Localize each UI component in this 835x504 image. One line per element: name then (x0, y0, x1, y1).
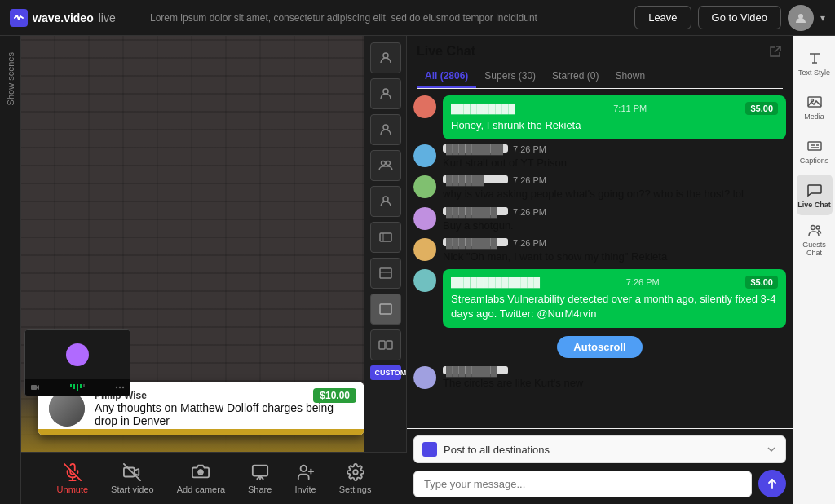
chat-msg-text: Buy a shotgun. (443, 219, 786, 233)
tab-starred[interactable]: Starred (0) (544, 65, 607, 88)
super-msg-amount-2: $5.00 (745, 276, 778, 289)
scene-item-6[interactable] (370, 222, 401, 253)
chat-msg-text: The circles are like Kurt's new (443, 376, 786, 391)
go-to-video-button[interactable]: Go to Video (698, 6, 781, 29)
scene-item-2[interactable] (370, 78, 401, 109)
scene-item-8[interactable] (370, 294, 401, 325)
svg-rect-15 (380, 233, 391, 241)
chat-avatar (413, 269, 436, 292)
chat-msg-name: ████████ (443, 366, 508, 374)
chat-input-row (413, 470, 786, 497)
svg-point-10 (383, 89, 388, 94)
live-chat-icon (806, 182, 823, 198)
user-menu-chevron[interactable]: ▾ (820, 12, 825, 24)
scene-item-9[interactable] (370, 329, 401, 360)
chat-msg-time: 7:26 PM (513, 207, 546, 217)
scene-item-4[interactable] (370, 150, 401, 181)
invite-button[interactable]: Invite (294, 463, 316, 494)
chat-msg-meta: ████████ (443, 366, 786, 374)
chat-msg-meta: ████████ 7:26 PM (443, 238, 786, 248)
chat-msg-name: ████████ (443, 238, 508, 246)
svg-point-13 (386, 161, 390, 166)
start-video-button[interactable]: Start video (111, 463, 154, 494)
super-chat-gold-bar (38, 429, 364, 435)
main-area: Show scenes Philip Wise Any (0, 36, 835, 504)
add-camera-button[interactable]: Add camera (177, 463, 225, 494)
chat-msg-meta: ██████ 7:26 PM (443, 175, 786, 185)
scene-item-1[interactable] (370, 42, 401, 73)
chat-msg-name: ████████ (443, 207, 508, 215)
super-msg-wrapper: ██████████ 7:11 PM $5.00 Honey, I shrunk… (443, 95, 786, 139)
preview-video (25, 330, 130, 379)
chat-destination-selector[interactable]: Post to all destinations (413, 435, 786, 463)
show-scenes-label[interactable]: Show scenes (6, 52, 15, 105)
super-msg-1: ██████████ 7:11 PM $5.00 Honey, I shrunk… (443, 95, 786, 139)
share-button[interactable]: Share (248, 463, 272, 494)
super-chat-overlay-amount: $10.00 (313, 388, 356, 403)
unmute-button[interactable]: Unmute (57, 463, 89, 494)
send-icon (766, 477, 779, 490)
scene-item-7[interactable] (370, 258, 401, 289)
chat-msg-name: ██████ (443, 175, 508, 183)
leave-button[interactable]: Leave (634, 6, 691, 29)
chat-message-input[interactable] (413, 471, 752, 497)
chat-msg-time: 7:26 PM (513, 175, 546, 185)
app-suffix: live (99, 11, 116, 24)
user-avatar[interactable] (788, 5, 814, 31)
chat-send-button[interactable] (758, 470, 786, 497)
chat-msg-text: Kurt strait out of YT Prison (443, 156, 786, 170)
logo-icon (10, 9, 28, 27)
tab-shown[interactable]: Shown (607, 65, 653, 88)
svg-point-8 (122, 387, 124, 388)
super-msg-amount-1: $5.00 (745, 102, 778, 115)
settings-button[interactable]: Settings (339, 463, 372, 494)
live-chat-panel: Live Chat All (2806) Supers (30) Starred… (407, 36, 793, 504)
chat-msg-name: █████████ (443, 144, 508, 153)
toolbar-media[interactable]: Media (797, 86, 833, 127)
right-toolbar: Text Style Media Captions Live Chat (793, 36, 835, 504)
controls-bar: Unmute Start video Add camera (21, 452, 407, 504)
super-chat-overlay-text: Any thoughts on Matthew Dolloff charges … (95, 401, 353, 427)
scene-item-5[interactable] (370, 186, 401, 217)
autoscroll-button[interactable]: Autoscroll (557, 336, 642, 358)
captions-icon (806, 138, 823, 154)
chat-title: Live Chat (417, 44, 783, 59)
chat-avatar (413, 238, 436, 261)
chat-footer: Post to all destinations (407, 428, 793, 504)
toolbar-text-style[interactable]: Text Style (797, 42, 833, 83)
toolbar-guests-chat[interactable]: Guests Chat (797, 219, 833, 259)
svg-point-9 (383, 53, 388, 58)
super-msg-name-1: ██████████ (451, 104, 515, 113)
external-link-icon[interactable] (768, 44, 783, 59)
custom-button[interactable]: CUSTOM (370, 365, 401, 380)
svg-point-7 (119, 387, 121, 388)
chat-avatar (413, 144, 436, 167)
super-msg-text-1: Honey, I shrunk the Rekieta (451, 118, 778, 133)
svg-rect-38 (808, 97, 821, 107)
svg-rect-20 (379, 341, 385, 349)
chat-msg-body: ██████ 7:26 PM why is viva asking people… (443, 175, 786, 201)
toolbar-live-chat[interactable]: Live Chat (797, 175, 833, 215)
media-icon (806, 94, 823, 110)
preview-controls (25, 379, 130, 396)
tab-supers[interactable]: Supers (30) (476, 65, 544, 88)
preview-panel (24, 329, 130, 396)
svg-rect-28 (253, 465, 267, 475)
svg-rect-19 (380, 304, 391, 314)
chat-avatar (413, 207, 436, 230)
chat-message-1: █████████ 7:26 PM Kurt strait out of YT … (413, 144, 786, 170)
logo: wave.video live (10, 9, 140, 27)
chevron-down-icon (766, 444, 777, 455)
toolbar-media-label: Media (804, 113, 824, 121)
super-msg-wrapper-2: ██████████████ 7:26 PM $5.00 Streamlabs … (443, 269, 786, 328)
tab-all[interactable]: All (2806) (417, 65, 476, 88)
preview-more-icon[interactable] (115, 382, 125, 392)
svg-point-11 (383, 125, 388, 130)
super-msg-name-2: ██████████████ (451, 277, 540, 287)
chat-msg-meta: ████████ 7:26 PM (443, 207, 786, 217)
scene-item-3[interactable] (370, 114, 401, 145)
header: wave.video live Lorem ipsum dolor sit am… (0, 0, 835, 36)
toolbar-captions[interactable]: Captions (797, 130, 833, 171)
wave-video-icon-small (422, 442, 437, 457)
chat-destination-left: Post to all destinations (422, 442, 550, 457)
